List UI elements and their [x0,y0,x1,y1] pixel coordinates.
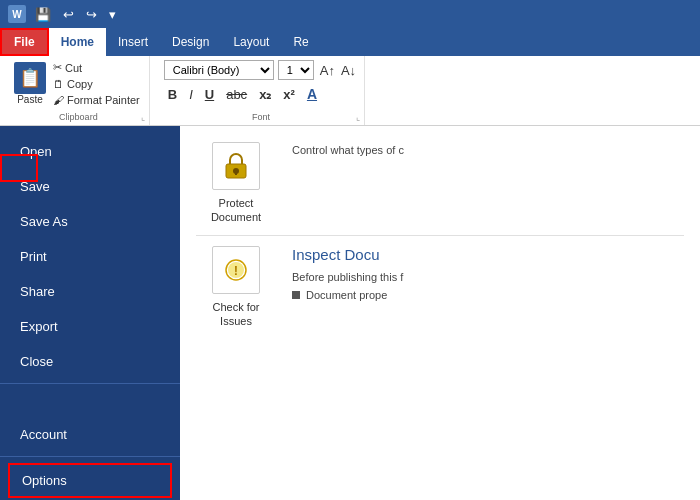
section-separator-1 [196,235,684,236]
info-panel: Protect Document Control what types of c… [180,126,700,500]
svg-text:!: ! [234,263,238,278]
menu-divider [0,383,180,384]
menu-item-account[interactable]: Account [0,417,180,452]
ribbon-bar: 📋 Paste ✂ Cut 🗒 Copy 🖌 Format Painter Cl… [0,56,700,126]
file-menu-overlay: Open Save Save As Print Share Export Clo… [0,126,700,500]
paste-button[interactable]: 📋 Paste [14,62,46,105]
menu-item-save-as[interactable]: Save As [0,204,180,239]
menu-item-share[interactable]: Share [0,274,180,309]
ribbon-tabs: File Home Insert Design Layout Re [0,28,700,56]
main-area: Document Recovery Word has recovered the… [0,126,700,500]
inspect-desc: Before publishing this f [292,269,684,286]
clipboard-buttons: 📋 Paste ✂ Cut 🗒 Copy 🖌 Format Painter [14,60,143,107]
font-size-select[interactable]: 11 [278,60,314,80]
strikethrough-button[interactable]: abc [222,85,251,104]
italic-button[interactable]: I [185,85,197,104]
bullet-icon [292,291,300,299]
font-selector-row: Calibri (Body) 11 A↑ A↓ [164,60,358,80]
menu-spacer [0,388,180,417]
info-controls-row: Protect Document Control what types of c [196,142,684,225]
protect-document-icon[interactable] [212,142,260,190]
menu-divider-2 [0,456,180,457]
inspect-description: Inspect Docu Before publishing this f Do… [292,246,684,302]
bold-button[interactable]: B [164,85,181,104]
font-group: Calibri (Body) 11 A↑ A↓ B I U abc x₂ x² … [158,56,365,125]
check-issues-control: ! Check for Issues [196,246,276,329]
protect-document-label: Protect Document [196,196,276,225]
quick-access-toolbar: W 💾 ↩ ↪ ▾ [8,5,119,23]
title-bar: W 💾 ↩ ↪ ▾ [0,0,700,28]
svg-rect-2 [235,171,237,175]
font-expand-icon[interactable]: ⌞ [356,112,360,122]
redo-quick-btn[interactable]: ↪ [83,7,100,22]
word-icon: W [8,5,26,23]
format-painter-button[interactable]: 🖌 Format Painter [50,93,143,107]
check-issues-icon[interactable]: ! [212,246,260,294]
cut-button[interactable]: ✂ Cut [50,60,143,75]
tab-layout[interactable]: Layout [221,28,281,56]
inspect-prop: Document prope [292,289,684,301]
font-family-select[interactable]: Calibri (Body) [164,60,274,80]
superscript-button[interactable]: x² [279,85,299,104]
copy-button[interactable]: 🗒 Copy [50,77,143,91]
tab-insert[interactable]: Insert [106,28,160,56]
paste-icon: 📋 [14,62,46,94]
undo-quick-btn[interactable]: ↩ [60,7,77,22]
menu-item-print[interactable]: Print [0,239,180,274]
text-style-button[interactable]: A [303,84,321,104]
tab-design[interactable]: Design [160,28,221,56]
check-svg: ! [220,254,252,286]
protect-svg [220,150,252,182]
customize-quick-btn[interactable]: ▾ [106,7,119,22]
protect-desc-text: Control what types of c [292,142,684,159]
tab-file[interactable]: File [0,28,49,56]
font-controls: Calibri (Body) 11 A↑ A↓ B I U abc x₂ x² … [164,60,358,104]
menu-item-open[interactable]: Open [0,134,180,169]
font-size-buttons: A↑ A↓ [318,63,358,78]
font-group-label: Font [252,112,270,122]
protect-description: Control what types of c [292,142,684,159]
file-menu: Open Save Save As Print Share Export Clo… [0,126,180,500]
subscript-button[interactable]: x₂ [255,85,275,104]
clipboard-expand-icon[interactable]: ⌞ [141,112,145,122]
paste-label: Paste [17,94,43,105]
check-issues-label: Check for Issues [196,300,276,329]
inspect-controls-row: ! Check for Issues Inspect Docu Before p… [196,246,684,329]
clipboard-label: Clipboard [59,112,98,122]
protect-document-control: Protect Document [196,142,276,225]
clipboard-small-buttons: ✂ Cut 🗒 Copy 🖌 Format Painter [50,60,143,107]
font-grow-button[interactable]: A↑ [318,63,337,78]
underline-button[interactable]: U [201,85,218,104]
tab-re[interactable]: Re [281,28,320,56]
menu-item-close[interactable]: Close [0,344,180,379]
inspect-heading: Inspect Docu [292,246,684,263]
menu-item-save[interactable]: Save [0,169,180,204]
tab-home[interactable]: Home [49,28,106,56]
format-buttons-row: B I U abc x₂ x² A [164,84,358,104]
menu-item-options[interactable]: Options [8,463,172,498]
font-shrink-button[interactable]: A↓ [339,63,358,78]
save-quick-btn[interactable]: 💾 [32,7,54,22]
clipboard-group: 📋 Paste ✂ Cut 🗒 Copy 🖌 Format Painter Cl… [8,56,150,125]
menu-item-export[interactable]: Export [0,309,180,344]
